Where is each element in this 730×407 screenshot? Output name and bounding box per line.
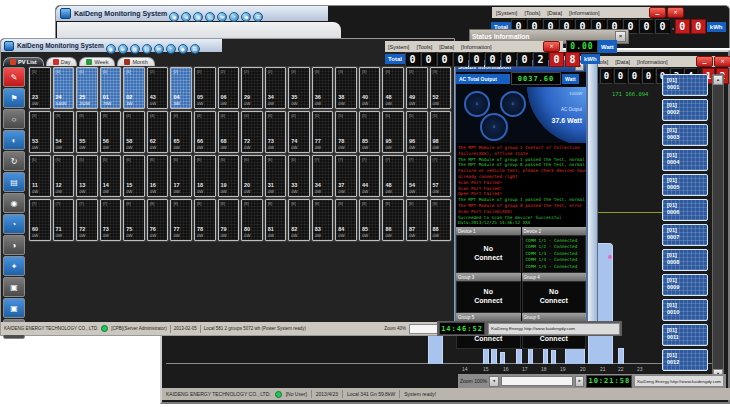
tab-pv-list[interactable]: PV List [3,57,44,66]
apps-icon[interactable]: ⊞ [253,12,263,22]
scroll-right-icon[interactable]: ► [575,376,585,387]
inverter-tile[interactable]: [01]0008 [662,249,708,271]
sidebar-network-icon[interactable]: ✦ [3,256,25,276]
pv-panel-tile[interactable]: [8]810W [265,199,287,241]
list-icon[interactable]: ▤ [205,12,215,22]
pv-panel-tile[interactable]: [8]880W [430,199,452,241]
pv-panel-tile[interactable]: [3]490W [406,67,428,109]
sidebar-clock-icon[interactable]: ◔ [3,214,25,234]
pv-panel-tile[interactable]: [7]730W [100,199,122,241]
upload-icon[interactable]: ↑ [229,12,239,22]
pv-panel-tile[interactable]: [3]530W [29,111,51,153]
pv-panel-tile[interactable]: [8]800W [241,199,263,241]
sidebar-history-icon[interactable]: ◑ [3,235,25,255]
inverter-tile[interactable]: [01]0001 [662,74,708,96]
inverter-tile[interactable]: [01]0006 [662,199,708,221]
sidebar-report-icon[interactable]: ▤ [3,172,25,192]
pv-panel-tile[interactable]: [6]160W [147,155,169,197]
vendor-link[interactable]: KaiDeng Energy http://www.kaidengdy.com [488,323,620,335]
tab-day[interactable]: Day [46,57,78,66]
pv-panel-tile[interactable]: [5]980W [430,111,452,153]
pv-panel-tile[interactable]: [5]120W [53,155,75,197]
pv-panel-tile[interactable]: [7]480W [382,155,404,197]
pv-panel-tile[interactable]: [6]330W [288,155,310,197]
pv-panel-tile[interactable]: [7]370W [335,155,357,197]
apps-icon[interactable]: ⊞ [190,44,200,54]
back-window-titlebar[interactable]: KaiDeng Monitoring System ◉⊕▦▤✉↑◆⊞ [56,6,328,21]
inverter-tile[interactable]: [01]0002 [662,99,708,121]
sidebar-pen-icon[interactable]: ✎ [3,67,25,87]
menu-item-system[interactable]: [System] [388,44,409,50]
close-icon[interactable]: ✕ [667,7,684,18]
pv-panel-tile[interactable]: [8]760W [147,199,169,241]
scroll-up-icon[interactable]: ▲ [713,75,723,85]
pv-panel-tile[interactable]: [4]720W [241,111,263,153]
pv-panel-tile[interactable]: [6]190W [218,155,240,197]
pv-panel-tile[interactable]: [8]770W [170,199,192,241]
tab-week[interactable]: Week [79,57,115,66]
sidebar-camera-icon[interactable]: ▣ [3,277,25,297]
pv-panel-tile[interactable]: [2]060W [218,67,240,109]
device-cell[interactable]: COMM 1/1 - ConnectedCOMM 1/2 - Connected… [522,235,587,273]
scroll-left-icon[interactable]: ◄ [489,376,499,387]
pv-panel-tile[interactable]: [3]560W [100,111,122,153]
pv-panel-tile[interactable]: [7]570W [430,155,452,197]
inverter-tile[interactable]: [01]0007 [662,224,708,246]
pv-panel-tile[interactable]: [5]140W [100,155,122,197]
pv-panel-tile[interactable]: [7]720W [76,199,98,241]
pv-panel-tile[interactable]: [3]350W [288,67,310,109]
menu-item-data[interactable]: [Data] [547,10,562,16]
pv-panel-tile[interactable]: [4]660W [194,111,216,153]
pv-panel-tile[interactable]: [4]620W [147,111,169,153]
pv-panel-tile[interactable]: [3]480W [382,67,404,109]
upload-icon[interactable]: ↑ [166,44,176,54]
device-cell[interactable]: NoConnect [456,281,521,313]
pv-panel-tile[interactable]: [2]340W [265,67,287,109]
pv-panel-tile[interactable]: [1]0179W [100,67,122,109]
pv-panel-tile[interactable]: [8]870W [406,199,428,241]
inverter-tile[interactable]: [01]0012 [662,349,708,371]
pv-panel-tile[interactable]: [3]520W [430,67,452,109]
pv-panel-tile[interactable]: [3]380W [335,67,357,109]
pv-panel-tile[interactable]: [8]750W [123,199,145,241]
pv-panel-tile[interactable]: [3]540W [53,111,75,153]
inverter-tile[interactable]: [01]0009 [662,274,708,296]
pv-panel-tile[interactable]: [7]540W [406,155,428,197]
pv-panel-tile[interactable]: [5]110W [29,155,51,197]
pv-panel-tile[interactable]: [7]710W [53,199,75,241]
pv-panel-tile[interactable]: [5]780W [335,111,357,153]
pv-panel-tile[interactable]: [8]780W [194,199,216,241]
sidebar-refresh-icon[interactable]: ↻ [3,151,25,171]
menu-item-information[interactable]: [Information] [569,10,600,16]
pv-panel-tile[interactable]: [5]850W [359,111,381,153]
pv-panel-tile[interactable]: [6]310W [265,155,287,197]
sidebar-flag-icon[interactable]: ⚑ [3,88,25,108]
close-icon[interactable]: ✕ [543,41,560,52]
sidebar-camera2-icon[interactable]: ▣ [3,298,25,318]
pv-panel-tile[interactable]: [7]440W [359,155,381,197]
pv-panel-tile[interactable]: [2]043W [170,67,192,109]
menu-item-information[interactable]: [Information] [637,59,668,65]
device-cell[interactable]: NoConnect [456,235,521,273]
pv-panel-tile[interactable]: [4]680W [218,111,240,153]
menu-item-system[interactable]: [System] [496,10,517,16]
inverter-tile[interactable]: [01]0011 [662,324,708,346]
list-scrollbar[interactable]: ▲ ▼ [712,74,724,380]
panel-scrollbar[interactable] [587,60,598,322]
inverter-tile[interactable]: [01]0005 [662,174,708,196]
pv-panel-tile[interactable]: [8]850W [359,199,381,241]
pv-panel-tile[interactable]: [2]290W [241,67,263,109]
sidebar-power-on-icon[interactable]: ◐ [3,130,25,150]
pv-window-titlebar[interactable]: KaiDeng Monitoring System ◉⊕▦▤✉↑◆⊞ [1,39,222,52]
pv-panel-tile[interactable]: [1]24546W [53,67,75,109]
pv-panel-tile[interactable]: [3]360W [312,67,334,109]
pv-panel-tile[interactable]: [1]25252W [76,67,98,109]
vendor-link[interactable]: KaiDeng Energy http://www.kaidengdy.com [634,375,724,387]
minimize-icon[interactable]: ▁ [696,56,713,67]
minimize-icon[interactable]: ▁ [649,7,666,18]
pv-panel-tile[interactable]: [3]400W [359,67,381,109]
pv-panel-tile[interactable]: [4]740W [288,111,310,153]
pv-panel-tile[interactable]: [6]200W [241,155,263,197]
close-icon[interactable]: ✕ [714,56,730,67]
menu-item-tools[interactable]: [Tools] [524,10,540,16]
